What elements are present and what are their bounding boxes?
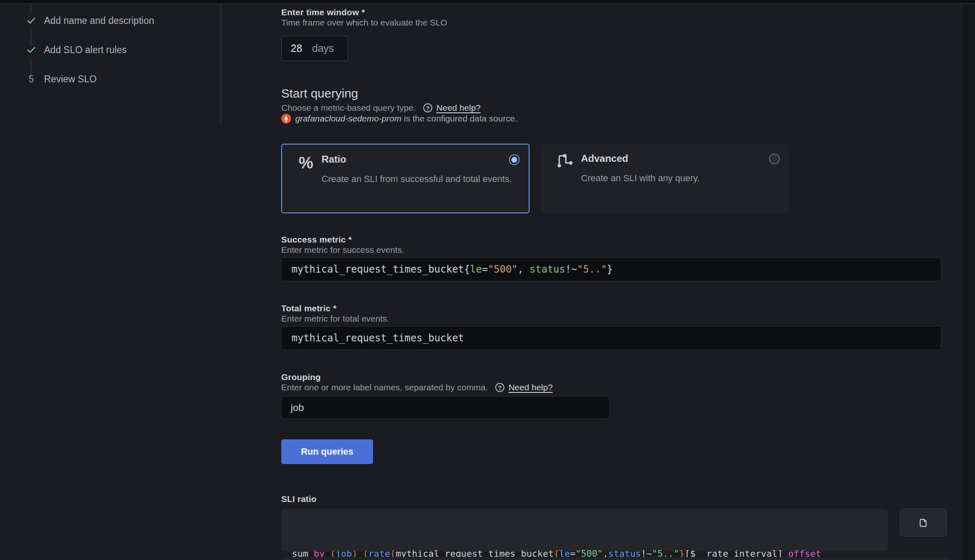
need-help-link[interactable]: Need help?: [436, 103, 481, 113]
stepper-item-label: Review SLO: [44, 74, 97, 85]
slo-wizard-stepper: Add name and description Add SLO alert r…: [0, 4, 221, 124]
top-edge-strip: [0, 0, 975, 4]
query-type-subtitle-row: Choose a metric-based query type. ? Need…: [281, 103, 481, 113]
total-metric-description: Enter metric for total events.: [281, 314, 390, 324]
stepper-item-review-slo[interactable]: 5 Review SLO: [26, 73, 97, 85]
success-metric-label: Success metric *: [281, 235, 352, 245]
card-title: Ratio: [322, 154, 346, 165]
check-icon: [26, 15, 37, 26]
stepper-item-label: Add name and description: [44, 15, 154, 26]
datasource-suffix: is the configured data source.: [404, 114, 518, 124]
help-circle-icon[interactable]: ?: [423, 103, 432, 112]
ratio-radio-selected[interactable]: [509, 154, 520, 165]
success-metric-description: Enter metric for success events.: [281, 245, 404, 255]
time-window-unit-label: days: [312, 42, 334, 54]
time-window-input-group: days: [281, 36, 348, 61]
check-icon: [26, 44, 37, 56]
copy-button[interactable]: [900, 509, 947, 537]
advanced-radio-unselected[interactable]: [769, 154, 780, 164]
datasource-name: grafanacloud-sedemo-prom: [295, 114, 401, 124]
help-circle-icon[interactable]: ?: [495, 383, 504, 392]
query-type-card-advanced[interactable]: Advanced Create an SLI with any query.: [541, 144, 789, 213]
total-metric-label: Total metric *: [281, 303, 336, 313]
card-title: Advanced: [581, 153, 628, 164]
grouping-label: Grouping: [281, 372, 321, 382]
copy-icon: [918, 517, 929, 528]
stepper-item-label: Add SLO alert rules: [44, 44, 127, 56]
card-description: Create an SLI with any query.: [581, 171, 779, 186]
sli-ratio-label: SLI ratio: [281, 494, 317, 504]
grouping-description: Enter one or more label names, separated…: [281, 383, 488, 392]
prometheus-icon: [281, 114, 291, 124]
query-type-subtitle: Choose a metric-based query type.: [281, 103, 416, 113]
card-description: Create an SLI from successful and total …: [322, 172, 519, 187]
time-window-label: Enter time window *: [281, 7, 365, 17]
percent-icon: %: [294, 154, 317, 171]
stepper-item-alert-rules[interactable]: Add SLO alert rules: [26, 44, 127, 56]
step-line-chart-icon: [554, 152, 577, 170]
total-metric-input[interactable]: mythical_request_times_bucket: [281, 326, 941, 350]
time-window-value-input[interactable]: [291, 42, 312, 54]
query-type-cards: % Ratio Create an SLI from successful an…: [281, 144, 948, 213]
stepper-item-add-name[interactable]: Add name and description: [26, 15, 154, 26]
success-metric-input[interactable]: mythical_request_times_bucket{le="500", …: [281, 257, 941, 281]
next-section-partial-block: [281, 557, 951, 560]
stepper-connector: [30, 5, 31, 12]
start-querying-heading: Start querying: [281, 86, 358, 100]
step-number: 5: [26, 73, 37, 85]
grouping-input[interactable]: [281, 396, 609, 419]
time-window-description: Time frame over which to evaluate the SL…: [281, 18, 447, 28]
grouping-need-help-link[interactable]: Need help?: [508, 383, 553, 392]
query-type-card-ratio[interactable]: % Ratio Create an SLI from successful an…: [281, 144, 529, 213]
sli-ratio-code-block: sum by (job) (rate(mythical_request_time…: [281, 509, 888, 551]
right-scroll-gutter: [961, 4, 975, 560]
run-queries-button[interactable]: Run queries: [281, 439, 373, 464]
datasource-row: grafanacloud-sedemo-prom is the configur…: [281, 114, 517, 124]
grouping-description-row: Enter one or more label names, separated…: [281, 383, 553, 392]
